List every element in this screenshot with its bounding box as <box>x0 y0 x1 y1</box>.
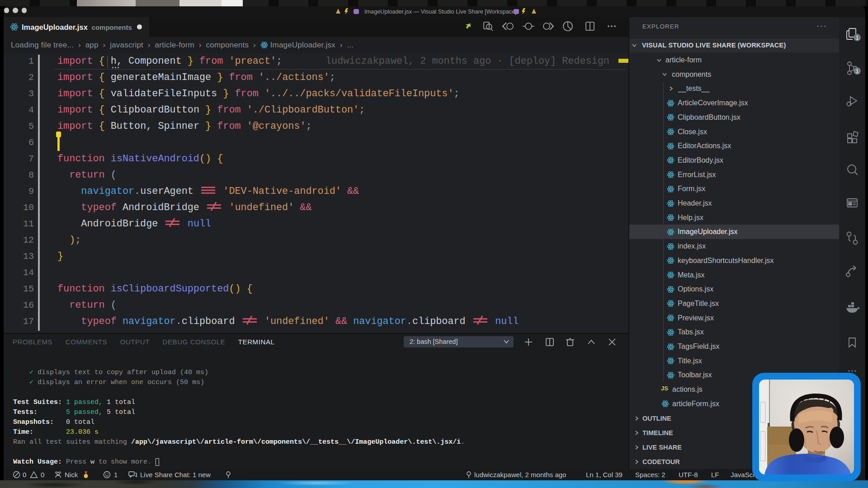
svg-text:1: 1 <box>856 68 859 75</box>
svg-text:1: 1 <box>856 35 859 41</box>
